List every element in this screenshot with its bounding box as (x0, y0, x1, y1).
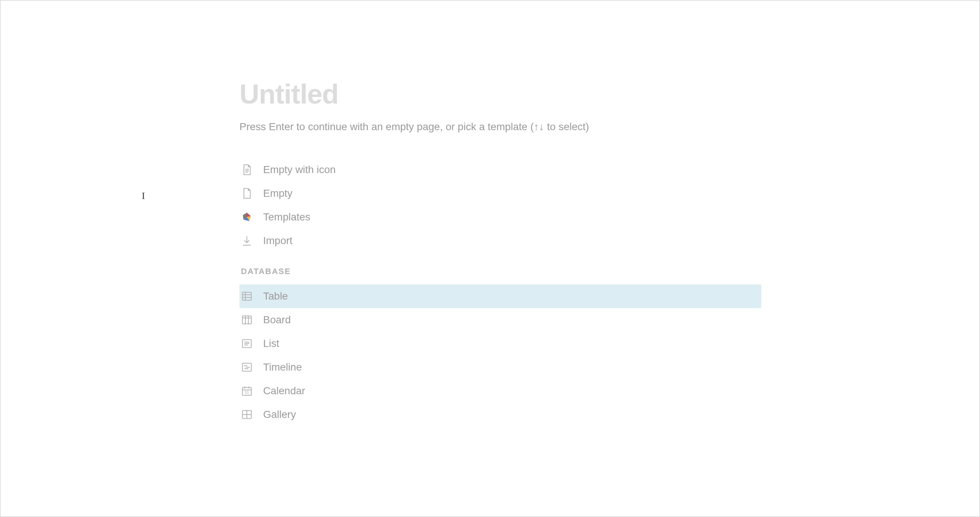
option-label: Empty with icon (263, 164, 336, 176)
option-label: Table (263, 290, 288, 302)
option-board[interactable]: Board (239, 308, 761, 332)
option-label: Import (263, 235, 293, 247)
import-icon (241, 235, 253, 247)
option-list[interactable]: List (239, 332, 761, 355)
option-label: Empty (263, 187, 293, 199)
section-header-database: DATABASE (239, 266, 979, 276)
list-icon (241, 338, 253, 349)
text-cursor: I (142, 190, 145, 201)
svg-rect-9 (242, 316, 251, 324)
svg-text:31: 31 (245, 390, 249, 395)
options-list: Empty with icon Empty Templates (239, 158, 979, 427)
option-label: Timeline (263, 361, 302, 373)
page-with-lines-icon (241, 164, 253, 176)
option-calendar[interactable]: 31 Calendar (239, 379, 761, 403)
calendar-icon: 31 (241, 385, 253, 397)
timeline-icon (241, 361, 253, 373)
option-import[interactable]: Import (239, 229, 761, 252)
page-icon (241, 187, 253, 199)
board-icon (241, 314, 253, 326)
option-empty-with-icon[interactable]: Empty with icon (239, 158, 761, 182)
option-empty[interactable]: Empty (239, 182, 761, 205)
option-table[interactable]: Table (239, 284, 761, 308)
option-label: Calendar (263, 385, 305, 397)
option-timeline[interactable]: Timeline (239, 355, 761, 379)
hint-text: Press Enter to continue with an empty pa… (239, 121, 979, 133)
svg-rect-5 (242, 292, 251, 300)
gallery-icon (241, 409, 253, 420)
option-templates[interactable]: Templates (239, 205, 761, 229)
templates-icon (241, 211, 253, 223)
option-label: List (263, 338, 279, 349)
table-icon (241, 290, 253, 302)
option-label: Templates (263, 211, 310, 223)
page-container: Untitled Press Enter to continue with an… (1, 1, 979, 427)
option-gallery[interactable]: Gallery (239, 403, 761, 427)
option-label: Gallery (263, 409, 296, 420)
page-title[interactable]: Untitled (239, 78, 979, 110)
option-label: Board (263, 314, 291, 326)
